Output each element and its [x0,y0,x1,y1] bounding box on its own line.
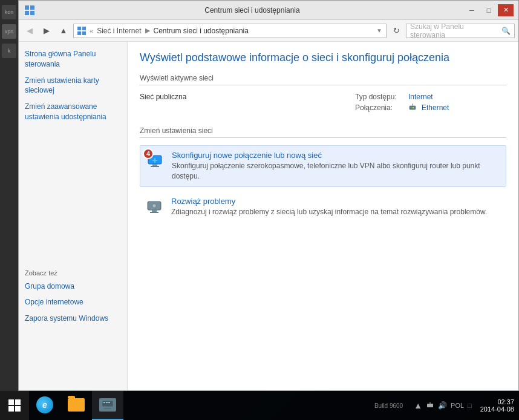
network-manager-icon [99,398,116,412]
svg-rect-24 [103,402,105,403]
sidebar-label-2: vpn [5,28,14,34]
settings-header: Zmień ustawienia sieci [140,126,506,138]
tray-expand[interactable]: ▲ [414,401,422,410]
tray-network-icon [426,401,434,411]
tray-lang: POL [451,402,464,409]
clock-date: 2014-04-08 [480,405,514,413]
svg-rect-5 [82,27,86,30]
svg-rect-22 [106,407,109,408]
sidebar-item-3[interactable]: k [2,44,16,58]
windows-icon [8,399,21,412]
nav-link-adapter[interactable]: Zmień ustawienia karty sieciowej [25,76,121,96]
title-bar: Centrum sieci i udostępniania ─ □ ✕ [19,1,518,20]
new-connection-desc: Skonfiguruj połączenie szerokopasmowe, t… [172,161,501,182]
window-icon [24,4,36,16]
taskbar-clock[interactable]: 02:37 2014-04-08 [480,398,514,413]
forward-button[interactable]: ▶ [39,24,54,38]
svg-point-20 [152,204,156,208]
svg-rect-4 [77,27,81,30]
new-connection-title[interactable]: Skonfiguruj nowe połączenie lub nową sie… [172,151,501,160]
clock-time: 02:37 [480,398,514,405]
network-name-col: Sieć publiczna [140,93,343,101]
svg-rect-0 [25,5,29,10]
new-connection-icon: 4 [145,151,165,170]
access-type-value: Internet [408,93,433,101]
build-info: Build 9600 [374,402,403,409]
nav-link-firewall[interactable]: Zapora systemu Windows [25,313,108,324]
taskbar-network[interactable] [92,391,123,420]
sidebar-item-2[interactable]: vpn [2,24,16,39]
troubleshoot-title[interactable]: Rozwiąż problemy [171,197,501,206]
refresh-button[interactable]: ↻ [389,24,403,38]
taskbar-right: Build 9600 ▲ 🔊 POL □ 02:37 2014-04-08 [374,398,519,413]
svg-rect-14 [151,166,159,167]
nav-link-homegroup[interactable]: Grupa domowa [25,281,108,292]
svg-rect-9 [411,107,412,108]
troubleshoot-content: Rozwiąż problemy Zdiagnozuj i rozwiąż pr… [171,197,501,217]
sidebar-item-1[interactable]: kon [2,5,16,19]
left-nav: Strona główna Panelu sterowania Zmień us… [19,42,128,390]
settings-section: Zmień ustawienia sieci 4 [140,126,506,221]
connections-value[interactable]: Ethernet [422,103,449,112]
maximize-button[interactable]: □ [481,4,497,16]
folder-icon [68,398,85,412]
tray-action-center: □ [468,402,472,409]
settings-item-troubleshoot: Rozwiąż problemy Zdiagnozuj i rozwiąż pr… [140,192,506,222]
svg-rect-7 [82,31,86,34]
search-icon: 🔍 [501,27,511,35]
svg-rect-23 [104,408,111,409]
notification-area: ▲ 🔊 POL □ [409,401,477,411]
svg-rect-19 [150,212,158,213]
access-type-row: Typ dostępu: Internet [355,93,506,101]
content-area: Strona główna Panelu sterowania Zmień us… [19,42,518,390]
taskbar-apps: e [29,391,123,420]
up-button[interactable]: ▲ [56,24,71,38]
svg-rect-10 [413,107,414,108]
taskbar-folder[interactable] [60,391,92,420]
address-bar: ◀ ▶ ▲ « Sieć i Internet ▶ Centrum sieci … [19,20,518,42]
network-info-row: Sieć publiczna Typ dostępu: Internet Poł… [140,93,506,114]
svg-rect-25 [106,402,108,403]
network-details-col: Typ dostępu: Internet Połączenia: [355,93,506,114]
see-also-title: Zobacz też [25,269,108,277]
breadcrumb-network: Sieć i Internet [97,27,141,35]
svg-rect-18 [152,210,157,212]
ie-icon: e [36,396,53,413]
minimize-button[interactable]: ─ [464,4,480,16]
network-name: Sieć publiczna [140,93,343,101]
close-button[interactable]: ✕ [498,4,514,16]
search-placeholder: Szukaj w Panelu sterowania [410,22,499,39]
troubleshoot-icon [145,197,164,216]
main-content: Wyświetl podstawowe informacje o sieci i… [128,42,518,390]
nav-link-advanced[interactable]: Zmień zaawansowane ustawienia udostępnia… [25,102,121,122]
sidebar-label-1: kon [5,9,14,15]
breadcrumb: « Sieć i Internet ▶ Centrum sieci i udos… [77,27,382,35]
sidebar-label-3: k [8,48,11,54]
taskbar-ie[interactable]: e [29,391,60,420]
back-button[interactable]: ◀ [22,24,37,38]
address-input[interactable]: « Sieć i Internet ▶ Centrum sieci i udos… [73,24,387,38]
breadcrumb-current: Centrum sieci i udostępniania [154,27,249,35]
ethernet-icon [408,103,417,112]
svg-rect-21 [102,401,113,407]
svg-rect-1 [30,5,34,10]
connections-row: Połączenia: Ethernet [355,103,506,112]
nav-link-internet-options[interactable]: Opcje internetowe [25,297,108,307]
build-label: Build 9600 [374,402,403,409]
main-window: Centrum sieci i udostępniania ─ □ ✕ ◀ ▶ … [18,0,519,391]
settings-item-new-connection[interactable]: 4 Skonfiguruj nowe połączeni [140,145,506,187]
active-networks-section: Wyświetl aktywne sieci Sieć publiczna Ty… [140,74,506,114]
svg-rect-27 [427,404,433,407]
new-connection-content: Skonfiguruj nowe połączenie lub nową sie… [172,151,501,182]
search-box[interactable]: Szukaj w Panelu sterowania 🔍 [406,24,515,38]
access-type-label: Typ dostępu: [355,93,403,101]
left-sidebar: kon vpn k [0,0,18,391]
svg-rect-26 [108,402,110,403]
window-controls: ─ □ ✕ [464,4,514,16]
see-also-section: Zobacz też Grupa domowa Opcje internetow… [25,257,108,330]
window-title: Centrum sieci i udostępniania [41,6,464,15]
nav-link-home[interactable]: Strona główna Panelu sterowania [25,49,121,70]
active-networks-header: Wyświetl aktywne sieci [140,74,506,85]
start-button[interactable] [0,391,29,420]
taskbar: e Build [0,391,519,420]
